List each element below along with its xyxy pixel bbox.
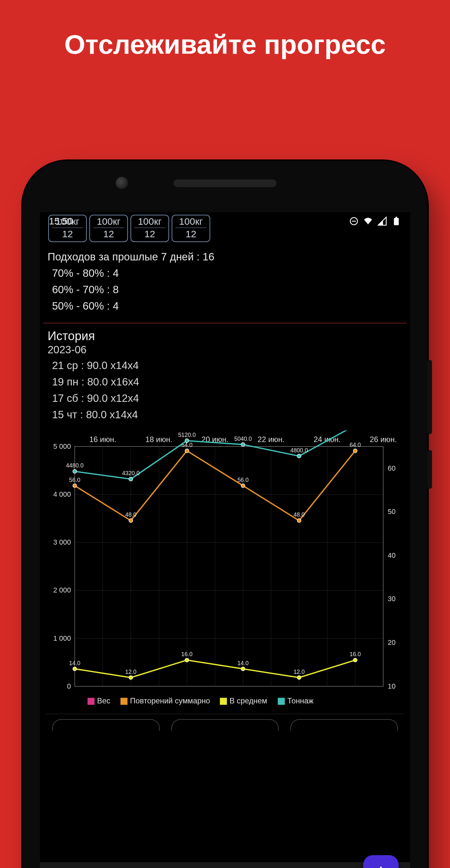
- svg-text:0: 0: [67, 682, 71, 690]
- svg-point-83: [241, 443, 245, 446]
- svg-point-75: [353, 658, 357, 662]
- set-weight: 100кг: [132, 216, 167, 227]
- svg-text:В среднем: В среднем: [229, 696, 267, 705]
- set-weight: 100кг: [50, 216, 85, 227]
- svg-rect-4: [75, 446, 383, 686]
- history-entry: 17 сб : 90.0 x12x4: [47, 390, 403, 406]
- svg-point-57: [185, 449, 189, 453]
- power-button: [427, 450, 432, 489]
- add-fab[interactable]: [363, 855, 398, 868]
- svg-rect-93: [220, 698, 227, 705]
- svg-text:48.0: 48.0: [293, 512, 305, 518]
- volume-button: [427, 360, 432, 434]
- svg-text:4480.0: 4480.0: [66, 463, 84, 469]
- svg-rect-95: [278, 698, 285, 705]
- stats-range: 50% - 60% : 4: [47, 298, 403, 314]
- hero-title: Отслеживайте прогресс: [0, 0, 450, 66]
- svg-rect-3: [396, 217, 397, 218]
- tab-hint[interactable]: [171, 719, 279, 731]
- svg-text:16.0: 16.0: [181, 651, 193, 658]
- svg-point-79: [129, 477, 133, 481]
- svg-rect-2: [394, 218, 399, 225]
- svg-text:1 000: 1 000: [53, 634, 71, 642]
- set-cell[interactable]: 100кг12: [172, 215, 210, 242]
- svg-text:4800.0: 4800.0: [290, 447, 308, 454]
- svg-text:4 000: 4 000: [53, 490, 71, 498]
- stats-headline: Подходов за прошлые 7 дней : 16: [47, 248, 403, 265]
- svg-point-81: [185, 439, 189, 443]
- svg-text:Вес: Вес: [97, 696, 110, 705]
- set-reps: 12: [91, 228, 126, 240]
- svg-text:56.0: 56.0: [69, 477, 81, 483]
- svg-point-63: [353, 449, 357, 453]
- svg-text:3 000: 3 000: [53, 538, 71, 546]
- speaker-grille: [173, 179, 277, 187]
- set-weight: 100кг: [91, 216, 126, 227]
- signal-icon: [377, 216, 387, 226]
- svg-text:48.0: 48.0: [125, 512, 137, 518]
- svg-point-69: [185, 658, 189, 662]
- screen: 15:50 100кг12 100кг12 100кг12 100кг12 По…: [40, 212, 410, 868]
- svg-text:4320.0: 4320.0: [122, 470, 140, 476]
- bottom-bar: [40, 862, 410, 868]
- svg-text:40: 40: [388, 551, 395, 559]
- svg-text:60: 60: [388, 464, 395, 472]
- svg-text:Повторений суммарно: Повторений суммарно: [130, 696, 210, 705]
- tab-hints: [43, 714, 407, 731]
- history-entry: 15 чт : 80.0 x14x4: [47, 406, 403, 423]
- svg-text:5120.0: 5120.0: [178, 432, 196, 438]
- set-reps: 12: [132, 228, 167, 240]
- set-cell[interactable]: 100кг12: [130, 215, 169, 242]
- battery-icon: [391, 216, 401, 226]
- stats-block: Подходов за прошлые 7 дней : 16 70% - 80…: [43, 242, 407, 323]
- svg-point-71: [241, 667, 245, 671]
- tab-hint[interactable]: [52, 719, 160, 731]
- svg-text:10: 10: [388, 682, 395, 690]
- svg-text:16.0: 16.0: [350, 651, 361, 658]
- set-reps: 12: [50, 228, 85, 240]
- svg-text:18 июн.: 18 июн.: [145, 435, 172, 444]
- svg-text:Тоннаж: Тоннаж: [287, 696, 314, 705]
- progress-chart[interactable]: 01 0002 0003 0004 0005 00010203040506016…: [43, 431, 407, 712]
- svg-point-59: [241, 484, 245, 488]
- app-content: 100кг12 100кг12 100кг12 100кг12 Подходов…: [40, 215, 410, 731]
- svg-text:2 000: 2 000: [53, 586, 71, 594]
- svg-text:14.0: 14.0: [237, 660, 249, 666]
- svg-text:22 июн.: 22 июн.: [257, 435, 285, 444]
- svg-text:12.0: 12.0: [293, 669, 305, 675]
- stats-range: 60% - 70% : 8: [47, 281, 403, 298]
- history-title: История: [47, 329, 403, 343]
- svg-text:30: 30: [388, 595, 395, 603]
- svg-text:56.0: 56.0: [237, 477, 249, 483]
- history-entry: 19 пн : 80.0 x16x4: [47, 374, 403, 390]
- svg-point-61: [297, 519, 301, 522]
- svg-text:14.0: 14.0: [69, 660, 81, 666]
- dnd-icon: [349, 216, 359, 226]
- plus-icon: [373, 865, 389, 868]
- front-camera: [116, 177, 128, 189]
- svg-rect-89: [88, 698, 95, 705]
- svg-point-53: [73, 484, 77, 488]
- svg-text:64.0: 64.0: [350, 442, 361, 448]
- svg-rect-91: [121, 698, 128, 705]
- svg-text:16 июн.: 16 июн.: [89, 435, 116, 444]
- svg-text:26 июн.: 26 июн.: [369, 435, 397, 444]
- svg-text:20: 20: [388, 639, 395, 647]
- svg-point-55: [129, 519, 133, 522]
- tab-hint[interactable]: [290, 719, 398, 731]
- history-section: История 2023-06 21 ср : 90.0 x14x4 19 пн…: [43, 323, 407, 431]
- svg-text:12.0: 12.0: [125, 669, 137, 675]
- history-entry: 21 ср : 90.0 x14x4: [47, 357, 403, 374]
- svg-point-67: [129, 676, 133, 680]
- svg-text:5040.0: 5040.0: [234, 436, 252, 442]
- svg-text:50: 50: [388, 507, 395, 516]
- svg-point-85: [297, 454, 301, 458]
- svg-point-77: [73, 469, 77, 473]
- stats-range: 70% - 80% : 4: [47, 265, 403, 281]
- set-cell[interactable]: 100кг12: [48, 215, 87, 242]
- set-reps: 12: [173, 228, 208, 240]
- svg-point-73: [297, 676, 301, 680]
- set-cell[interactable]: 100кг12: [89, 215, 128, 242]
- set-weight: 100кг: [173, 216, 208, 227]
- svg-point-65: [73, 667, 77, 671]
